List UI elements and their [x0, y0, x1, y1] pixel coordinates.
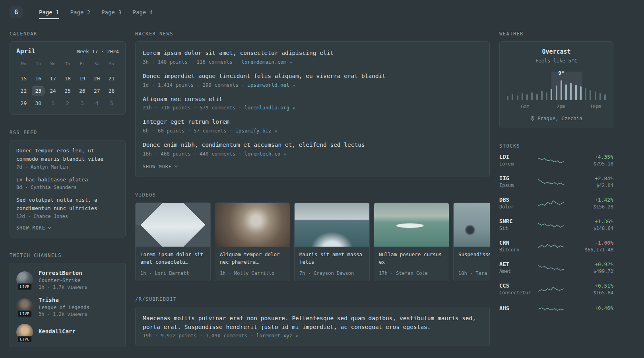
- hackernews-item: Integer eget rutrum lorem 6h · 60 points…: [143, 118, 482, 134]
- temperature-bar: [512, 94, 513, 100]
- stock-change: +2.84%: [595, 175, 613, 181]
- stock-values: +0.92% $499.72: [593, 261, 613, 274]
- calendar-card: April Week 17 · 2024 Mo Tu We Th Fr: [10, 41, 126, 115]
- rss-item: In hac habitasse platea 8d · Cynthia Sau…: [16, 176, 119, 191]
- app-logo[interactable]: G: [10, 6, 23, 18]
- hackernews-item-title[interactable]: Donec enim nibh, condimentum et accumsan…: [143, 141, 482, 150]
- twitch-channel-list: LIVE ForrestBurton Counter-Strike 1h · 1…: [16, 270, 119, 340]
- temperature-bar: [536, 94, 538, 101]
- rss-item-title[interactable]: Sed volutpat nulla nisl, a condimentum n…: [16, 196, 119, 213]
- rss-item: Donec tempor eros leo, ut commodo mauris…: [16, 147, 119, 170]
- calendar-day-number: 25: [62, 87, 74, 95]
- stock-identity: DBS Dolor: [499, 197, 533, 210]
- hackernews-show-more-button[interactable]: SHOW MORE: [143, 164, 482, 169]
- nav-tab[interactable]: Page 4: [133, 9, 153, 16]
- subreddit-list: Maecenas mollis pulvinar erat non posuer…: [143, 314, 482, 339]
- video-card[interactable]: Suspendisse diam 18h · Tara: [453, 202, 490, 281]
- subreddit-post-domain[interactable]: loremnet.xyz ↗: [256, 333, 298, 339]
- twitch-channel-row[interactable]: LIVE Trisha League of Legends 3h · 1.2k …: [16, 297, 119, 317]
- temperature-bar: [526, 94, 528, 100]
- external-link-icon: ↗: [295, 333, 298, 339]
- nav-tab[interactable]: Page 3: [101, 9, 122, 16]
- section-title-subreddit: /R/SUBREDDIT: [135, 296, 490, 302]
- twitch-avatar-wrapper: LIVE: [16, 324, 33, 340]
- hackernews-item-domain[interactable]: ipsumworld.net ↗: [247, 82, 295, 88]
- stock-identity: LDI Lorem: [499, 154, 533, 167]
- hackernews-item-domain[interactable]: loremtech.co ↗: [244, 151, 286, 157]
- hackernews-item-title[interactable]: Integer eget rutrum lorem: [143, 118, 482, 126]
- subreddit-card: Maecenas mollis pulvinar erat non posuer…: [135, 307, 490, 346]
- twitch-channel-name[interactable]: KendallCarr: [39, 328, 76, 335]
- subreddit-post-title[interactable]: Maecenas mollis pulvinar erat non posuer…: [143, 314, 482, 332]
- stock-symbol: LDI: [499, 154, 533, 160]
- stock-row: AHS +0.46%: [499, 304, 613, 313]
- video-card[interactable]: Aliquam tempor dolor nec pharetra… 1h · …: [215, 202, 290, 281]
- rss-show-more-button[interactable]: SHOW MORE: [16, 225, 119, 231]
- hackernews-item-domain[interactable]: ipsumify.biz ↗: [235, 128, 277, 134]
- calendar-day-number: 28: [106, 87, 118, 95]
- video-card[interactable]: Nullam posuere cursus ex 17h · Stefan Co…: [374, 202, 449, 281]
- calendar-day-number: 18: [62, 74, 74, 83]
- twitch-channel-row[interactable]: LIVE ForrestBurton Counter-Strike 1h · 1…: [16, 270, 119, 290]
- video-card[interactable]: Lorem ipsum dolor sit amet consectetu… 1…: [135, 202, 211, 281]
- video-card-body: Aliquam tempor dolor nec pharetra… 1h · …: [215, 247, 290, 281]
- nav-tab[interactable]: Page 2: [70, 9, 91, 16]
- video-title[interactable]: Suspendisse diam: [458, 251, 490, 267]
- stock-change: +0.51%: [593, 283, 613, 289]
- stock-symbol: CCS: [499, 282, 533, 289]
- stock-price: $795.18: [593, 161, 613, 167]
- hackernews-item-title[interactable]: Lorem ipsum dolor sit amet, consectetur …: [143, 49, 482, 58]
- twitch-channel-name[interactable]: ForrestBurton: [39, 270, 87, 276]
- stock-identity: CCS Consectetur: [499, 282, 533, 296]
- twitch-channel-row[interactable]: LIVE KendallCarr: [16, 324, 119, 340]
- domain-text: ipsumify.biz: [235, 128, 271, 134]
- stocks-list: LDI Lorem +4.35% $795.18: [499, 154, 613, 313]
- calendar-day: 28: [104, 85, 119, 97]
- video-title[interactable]: Lorem ipsum dolor sit amet consectetu…: [140, 251, 206, 267]
- stock-name: Dolor: [499, 204, 533, 210]
- temperature-bar: [604, 94, 606, 100]
- nav-divider: [30, 8, 30, 17]
- calendar-day-number: 1: [48, 99, 57, 107]
- video-title[interactable]: Mauris sit amet massa felis: [299, 251, 365, 267]
- rss-item-title[interactable]: Donec tempor eros leo, ut commodo mauris…: [16, 147, 119, 163]
- stock-name: Consectetur: [499, 290, 533, 296]
- calendar-day-number: 22: [18, 87, 30, 95]
- calendar-day-number: 3: [78, 99, 87, 107]
- twitch-channel-viewers: 3h · 1.2k viewers: [39, 311, 89, 317]
- stock-sparkline: [538, 241, 564, 251]
- calendar-day: 15: [16, 72, 31, 85]
- time-label: 2pm: [557, 104, 565, 109]
- domain-text: ipsumworld.net: [247, 82, 289, 88]
- stock-name: Sit: [499, 226, 533, 231]
- weather-card: Overcast Feels like 5°C 9°: [499, 41, 613, 128]
- calendar-day-header: Mo: [16, 59, 31, 68]
- rss-item-meta: 8d · Cynthia Saunders: [16, 185, 119, 190]
- stock-sparkline: [538, 156, 564, 165]
- video-meta: 17h · Stefan Cole: [379, 270, 444, 276]
- video-meta: 1h · Molly Carrillo: [220, 270, 285, 276]
- video-title[interactable]: Aliquam tempor dolor nec pharetra…: [220, 251, 285, 267]
- nav-tab[interactable]: Page 1: [39, 9, 59, 16]
- section-title-videos: VIDEOS: [135, 192, 490, 198]
- hackernews-item-title[interactable]: Aliquam nec cursus elit: [143, 95, 482, 104]
- domain-text: loremtech.co: [244, 151, 280, 157]
- hackernews-item-domain[interactable]: loremlandia.org ↗: [244, 105, 295, 111]
- calendar-day-headers: Mo Tu We Th Fr Sa Su: [16, 59, 119, 68]
- stock-values: +0.46%: [595, 305, 613, 312]
- hackernews-item-domain[interactable]: loremdomain.com ↗: [241, 59, 292, 65]
- video-card[interactable]: Mauris sit amet massa felis 7h · Grayson…: [294, 202, 370, 281]
- twitch-channel-name[interactable]: Trisha: [39, 297, 89, 303]
- video-title[interactable]: Nullam posuere cursus ex: [379, 251, 444, 267]
- video-thumbnail: [136, 203, 210, 247]
- calendar-day: 5: [104, 97, 119, 109]
- calendar-day-number: 27: [91, 87, 103, 95]
- hackernews-item-title[interactable]: Donec imperdiet augue tincidunt felis al…: [143, 72, 482, 81]
- hackernews-item-stats: 3h · 148 points · 116 comments ·: [143, 59, 239, 65]
- hackernews-item: Aliquam nec cursus elit 21h · 710 points…: [143, 95, 482, 111]
- stock-name: Lorem: [499, 161, 533, 167]
- weather-time-axis: 6am 2pm 10pm: [506, 104, 607, 109]
- rss-item-title[interactable]: In hac habitasse platea: [16, 176, 119, 184]
- hackernews-list: Lorem ipsum dolor sit amet, consectetur …: [143, 49, 482, 157]
- stock-row: IIG Ipsum +2.84% $42.04: [499, 175, 613, 188]
